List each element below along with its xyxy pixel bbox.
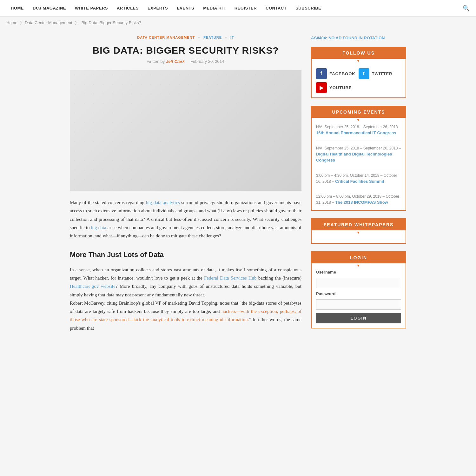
event-3-link[interactable]: Critical Facilities Summit	[335, 179, 384, 184]
password-input[interactable]	[316, 299, 401, 310]
youtube-label: YOUTUBE	[329, 85, 352, 90]
tag-feature[interactable]: FEATURE	[203, 36, 222, 39]
facebook-label: FACEBOOK	[329, 71, 355, 76]
twitter-link[interactable]: t TWITTER	[359, 68, 393, 79]
nav-register[interactable]: REGISTER	[230, 0, 261, 17]
article-paragraph-1: Many of the stated concerns regarding bi…	[70, 198, 301, 240]
nav-contact[interactable]: CONTACT	[261, 0, 291, 17]
follow-us-widget: FOLLOW US f FACEBOOK t TWITTER ▶ YOUTUBE	[311, 47, 406, 98]
ad-placeholder: AS#404: NO AD FOUND IN ROTATION	[311, 36, 406, 40]
link-big-data[interactable]: big data	[91, 225, 106, 230]
follow-us-body: f FACEBOOK t TWITTER ▶ YOUTUBE	[312, 59, 406, 97]
breadcrumb-current: Big Data: Bigger Security Risks?	[82, 20, 141, 25]
sidebar: AS#404: NO AD FOUND IN ROTATION FOLLOW U…	[311, 36, 406, 336]
login-header: LOGIN	[312, 252, 406, 263]
article-paragraph-2: In a sense, when an organization collect…	[70, 266, 301, 299]
event-2-link[interactable]: Digital Health and Digital Technologies …	[316, 152, 392, 163]
username-input[interactable]	[316, 278, 401, 288]
link-state-sponsored[interactable]: hackers—with the exception, perhaps, of …	[70, 309, 301, 322]
username-label: Username	[316, 270, 401, 274]
breadcrumb-home[interactable]: Home	[6, 20, 17, 25]
search-button[interactable]: 🔍	[463, 5, 470, 12]
featured-whitepapers-widget: FEATURED WHITEPAPERS	[311, 218, 406, 244]
tag-data-center-management[interactable]: DATA CENTER MANAGEMENT	[137, 36, 195, 39]
login-widget: LOGIN Username Password LOGIN	[311, 251, 406, 328]
follow-us-header: FOLLOW US	[312, 47, 406, 59]
link-healthcare[interactable]: Healthcare.gov website	[70, 284, 116, 289]
article-date: February 20, 2014	[190, 59, 224, 64]
nav-home[interactable]: HOME	[6, 0, 28, 17]
link-federal-hub[interactable]: Federal Data Services Hub	[204, 275, 257, 281]
event-2-date: N/A, September 25, 2018 – September 26, …	[316, 146, 401, 150]
event-item-3: 3:00 pm – 4:30 pm, October 14, 2018 – Oc…	[316, 173, 401, 189]
nav-experts[interactable]: EXPERTS	[143, 0, 172, 17]
article-meta: written by Jeff Clark February 20, 2014	[70, 59, 301, 64]
event-item-4: 12:00 pm – 8:00 pm, October 29, 2018 – O…	[316, 194, 401, 206]
article-body: Many of the stated concerns regarding bi…	[70, 198, 301, 332]
event-4-link[interactable]: The 2018 INCOMPAS Show	[335, 200, 388, 205]
youtube-link[interactable]: ▶ YOUTUBE	[316, 82, 352, 93]
tag-it[interactable]: IT	[230, 36, 234, 39]
event-item-2: N/A, September 25, 2018 – September 26, …	[316, 145, 401, 168]
main-content: DATA CENTER MANAGEMENT ♦ FEATURE ♦ IT BI…	[70, 36, 301, 336]
article-paragraph-3: Robert McGarvey, citing Brainloop's glob…	[70, 299, 301, 332]
breadcrumb: Home 〉 Data Center Management 〉 Big Data…	[0, 17, 476, 29]
event-1-link[interactable]: 16th Annual Pharmaceutical IT Congress	[316, 130, 396, 135]
author-link[interactable]: Jeff Clark	[166, 59, 185, 64]
main-nav: HOME DCJ MAGAZINE WHITE PAPERS ARTICLES …	[0, 0, 476, 17]
breadcrumb-parent[interactable]: Data Center Management	[25, 20, 72, 25]
upcoming-events-header: UPCOMING EVENTS	[312, 106, 406, 118]
twitter-label: TWITTER	[372, 71, 393, 76]
facebook-icon: f	[316, 68, 327, 79]
youtube-icon: ▶	[316, 82, 327, 93]
nav-events[interactable]: EVENTS	[172, 0, 199, 17]
link-big-data-analytics[interactable]: big data analytics	[146, 200, 180, 205]
section-heading: More Than Just Lots of Data	[70, 249, 301, 261]
password-label: Password	[316, 291, 401, 296]
event-1-date: N/A, September 25, 2018 – September 26, …	[316, 125, 401, 129]
event-item-1: N/A, September 25, 2018 – September 26, …	[316, 124, 401, 141]
nav-white-papers[interactable]: WHITE PAPERS	[70, 0, 112, 17]
twitter-icon: t	[359, 68, 369, 79]
written-by-label: written by	[147, 59, 165, 64]
nav-articles[interactable]: ARTICLES	[112, 0, 143, 17]
nav-dcj-magazine[interactable]: DCJ MAGAZINE	[28, 0, 70, 17]
upcoming-events-widget: UPCOMING EVENTS N/A, September 25, 2018 …	[311, 106, 406, 211]
article-tags: DATA CENTER MANAGEMENT ♦ FEATURE ♦ IT	[70, 36, 301, 39]
article-image	[70, 70, 301, 191]
login-form: Username Password LOGIN	[316, 270, 401, 323]
nav-media-kit[interactable]: MEDIA KIT	[199, 0, 230, 17]
login-body: Username Password LOGIN	[312, 263, 406, 328]
nav-subscribe[interactable]: SUBSCRIBE	[291, 0, 326, 17]
upcoming-events-body: N/A, September 25, 2018 – September 26, …	[312, 118, 406, 210]
article-title: BIG DATA: BIGGER SECURITY RISKS?	[70, 45, 301, 56]
featured-whitepapers-header: FEATURED WHITEPAPERS	[312, 219, 406, 230]
login-button[interactable]: LOGIN	[316, 313, 401, 323]
social-links: f FACEBOOK t TWITTER ▶ YOUTUBE	[316, 68, 401, 93]
facebook-link[interactable]: f FACEBOOK	[316, 68, 355, 79]
